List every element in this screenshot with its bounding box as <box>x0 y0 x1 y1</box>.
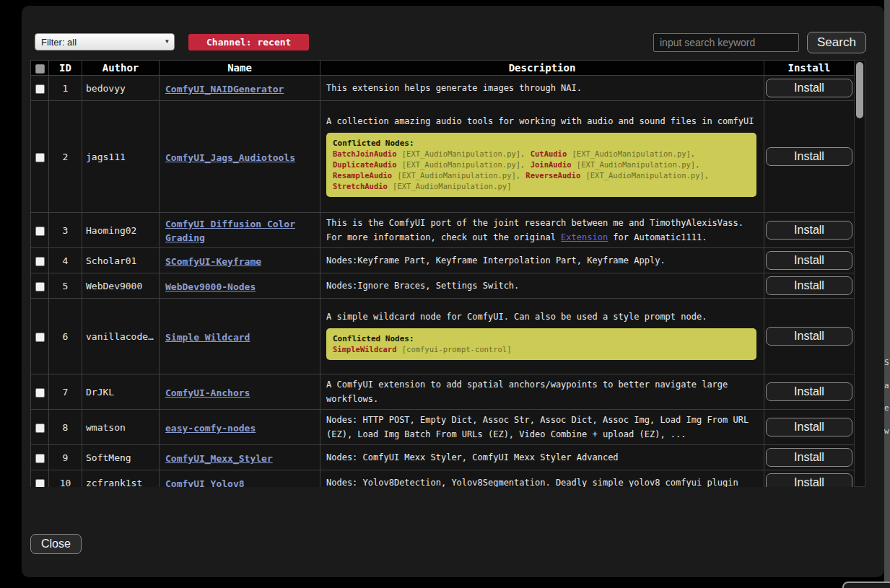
row-id: 2 <box>49 101 82 213</box>
custom-nodes-table: ID Author Name Description Install 1 bed… <box>30 60 855 487</box>
table-row: 1 bedovyy ComfyUI_NAIDGenerator This ext… <box>31 76 855 101</box>
row-select-checkbox[interactable] <box>35 388 45 398</box>
install-button[interactable]: Install <box>766 79 852 97</box>
row-description: A ComfyUI extension to add spatial ancho… <box>320 374 764 410</box>
install-button[interactable]: Install <box>766 418 852 436</box>
conflict-node: ResampleAudio <box>333 171 392 180</box>
filter-select[interactable]: Filter: all <box>35 33 175 51</box>
conflict-ext: [EXT_AudioManipulation.py], <box>572 149 695 158</box>
description-text: for Automatic1111. <box>608 232 707 242</box>
header-description: Description <box>320 61 764 76</box>
row-author: SoftMeng <box>82 445 160 470</box>
node-name-link[interactable]: easy-comfy-nodes <box>165 423 256 434</box>
conflict-ext: [EXT_AudioManipulation.py], <box>402 149 525 158</box>
row-select-checkbox[interactable] <box>35 227 45 236</box>
row-description: A simple wildcard node for ComfyUI. Can … <box>320 299 764 374</box>
header-author: Author <box>82 61 160 76</box>
row-author: WebDev9000 <box>82 273 160 299</box>
node-name-link[interactable]: ComfyUI_NAIDGenerator <box>165 84 284 95</box>
row-id: 5 <box>49 273 82 299</box>
install-button[interactable]: Install <box>766 448 852 467</box>
node-name-link[interactable]: ComfyUI Diffusion Color Grading <box>165 219 295 243</box>
node-name-link[interactable]: WebDev9000-Nodes <box>165 281 256 292</box>
table-row: 2 jags111 ComfyUI_Jags_Audiotools A coll… <box>31 101 855 213</box>
install-button[interactable]: Install <box>766 382 852 401</box>
row-select-checkbox[interactable] <box>35 282 45 291</box>
row-select-checkbox[interactable] <box>35 424 45 433</box>
row-id: 10 <box>49 470 82 488</box>
row-select-checkbox[interactable] <box>35 333 45 342</box>
row-description: Nodes:Keyframe Part, Keyframe Interpolat… <box>320 248 764 273</box>
conflict-title: Conflicted Nodes: <box>333 334 414 343</box>
row-author: bedovyy <box>82 76 160 101</box>
row-id: 8 <box>49 410 82 445</box>
search-button[interactable]: Search <box>807 32 866 53</box>
conflict-ext: [EXT_AudioManipulation.py] <box>393 182 511 190</box>
row-select-checkbox[interactable] <box>35 479 45 488</box>
conflict-ext: [comfyui-prompt-control] <box>402 345 512 354</box>
description-text: A simple wildcard node for ComfyUI. Can … <box>326 310 758 324</box>
conflict-ext: [EXT_AudioManipulation.py], <box>577 160 700 169</box>
menu-text-fragment: a <box>884 381 889 390</box>
node-name-link[interactable]: Simple Wildcard <box>165 332 250 343</box>
header-select-all <box>31 61 49 76</box>
header-name: Name <box>160 61 320 76</box>
row-author: Haoming02 <box>82 213 160 248</box>
install-button[interactable]: Install <box>766 473 852 487</box>
row-description: Nodes: ComfyUI Mexx Styler, ComfyUI Mexx… <box>320 445 764 470</box>
conflict-ext: [EXT_AudioManipulation.py], <box>397 171 520 180</box>
row-id: 7 <box>49 374 82 410</box>
row-description: Nodes: Yolov8Detection, Yolov8Segmentati… <box>320 470 764 488</box>
node-name-link[interactable]: ComfyUI-Anchors <box>165 387 250 398</box>
table-row: 4 Scholar01 SComfyUI-Keyframe Nodes:Keyf… <box>31 248 855 273</box>
install-button[interactable]: Install <box>766 147 852 166</box>
partial-button[interactable] <box>842 582 890 588</box>
background-menu-edge <box>884 0 890 588</box>
install-button[interactable]: Install <box>766 327 852 346</box>
scrollbar-thumb[interactable] <box>856 62 863 118</box>
row-select-checkbox[interactable] <box>35 454 45 463</box>
row-author: vanillacode… <box>82 299 160 374</box>
table-row: 10 zcfrank1st ComfyUI Yolov8 Nodes: Yolo… <box>31 470 855 488</box>
menu-text-fragment: w <box>884 426 889 436</box>
header-install: Install <box>764 61 855 76</box>
node-name-link[interactable]: SComfyUI-Keyframe <box>165 256 261 267</box>
row-description: This is the ComfyUI port of the joint re… <box>320 213 764 248</box>
row-description: Nodes: HTTP POST, Empty Dict, Assoc Str,… <box>320 410 764 445</box>
close-button[interactable]: Close <box>30 534 82 554</box>
row-id: 4 <box>49 248 82 273</box>
select-all-checkbox[interactable] <box>35 64 45 74</box>
conflict-ext: [EXT_AudioManipulation.py], <box>585 171 709 180</box>
node-name-link[interactable]: ComfyUI_Jags_Audiotools <box>165 152 295 163</box>
row-select-checkbox[interactable] <box>35 257 45 266</box>
row-select-checkbox[interactable] <box>35 153 45 162</box>
row-author: DrJKL <box>82 374 160 410</box>
row-id: 3 <box>49 213 82 248</box>
row-id: 6 <box>49 299 82 374</box>
table-row: 8 wmatson easy-comfy-nodes Nodes: HTTP P… <box>31 410 855 445</box>
table-row: 7 DrJKL ComfyUI-Anchors A ComfyUI extens… <box>31 374 855 410</box>
install-button[interactable]: Install <box>766 276 852 295</box>
conflict-node: ReverseAudio <box>525 171 580 180</box>
conflict-node: JoinAudio <box>531 160 572 169</box>
install-button[interactable]: Install <box>766 221 852 240</box>
install-button[interactable]: Install <box>766 251 852 270</box>
search-input[interactable] <box>653 33 799 52</box>
conflict-node: DuplicateAudio <box>333 160 397 169</box>
table-scrollbar[interactable] <box>854 60 865 487</box>
extension-link[interactable]: Extension <box>561 232 608 242</box>
menu-text-fragment: e <box>884 403 889 413</box>
row-id: 1 <box>49 76 82 101</box>
conflict-warning-box: Conflicted Nodes: BatchJoinAudio [EXT_Au… <box>326 133 756 197</box>
row-select-checkbox[interactable] <box>35 84 45 94</box>
table-row: 3 Haoming02 ComfyUI Diffusion Color Grad… <box>31 213 855 248</box>
channel-badge: Channel: recent <box>188 34 309 51</box>
header-id: ID <box>49 61 82 76</box>
row-description: A collection amazing audio tools for wor… <box>320 101 764 213</box>
row-description: This extension helps generate images thr… <box>320 76 764 101</box>
node-name-link[interactable]: ComfyUI Yolov8 <box>165 478 245 488</box>
row-description: Nodes:Ignore Braces, Settings Switch. <box>320 273 764 299</box>
node-name-link[interactable]: ComfyUI_Mexx_Styler <box>165 453 273 464</box>
conflict-node: CutAudio <box>531 149 567 158</box>
custom-nodes-table-zone: ID Author Name Description Install 1 bed… <box>30 60 866 487</box>
